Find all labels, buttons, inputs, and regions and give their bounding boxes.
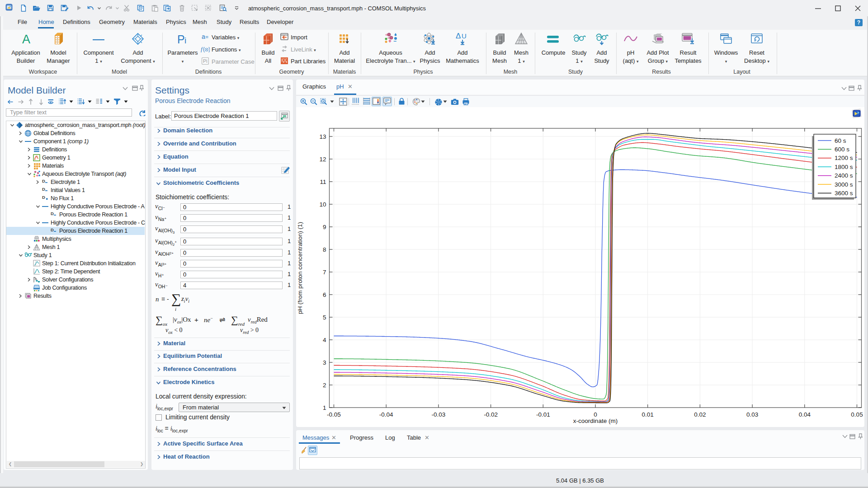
svg-text:-0.03: -0.03 (432, 411, 446, 418)
svg-text:3: 3 (323, 359, 326, 366)
svg-text:11: 11 (320, 178, 326, 185)
svg-text:12: 12 (319, 156, 326, 163)
svg-text:3600 s: 3600 s (835, 190, 853, 197)
svg-text:2: 2 (323, 382, 326, 389)
svg-text:0: 0 (594, 411, 597, 418)
svg-text:x-coordinate (m): x-coordinate (m) (573, 418, 618, 424)
svg-text:D: D (42, 178, 45, 183)
svg-text:P: P (177, 33, 185, 45)
svg-text:5: 5 (323, 314, 326, 321)
svg-text:0.03: 0.03 (746, 411, 758, 418)
svg-text:-0.01: -0.01 (536, 411, 550, 418)
svg-text:−: − (38, 174, 40, 178)
svg-text:0.04: 0.04 (799, 411, 811, 418)
svg-text:9: 9 (323, 224, 326, 230)
svg-text:a: a (202, 33, 205, 40)
svg-text:D: D (42, 187, 45, 192)
svg-text:10: 10 (319, 201, 326, 208)
svg-text:-0.02: -0.02 (484, 411, 498, 418)
svg-text:−: − (393, 38, 396, 44)
svg-text:6: 6 (323, 291, 326, 298)
svg-text:0.02: 0.02 (694, 411, 706, 418)
svg-text:13: 13 (319, 133, 326, 140)
svg-text:600 s: 600 s (835, 146, 849, 153)
svg-text:Pi: Pi (203, 58, 208, 64)
svg-text:+: + (388, 38, 392, 44)
svg-text:3000 s: 3000 s (835, 181, 853, 188)
svg-text:2400 s: 2400 s (835, 172, 853, 179)
svg-text:i: i (184, 36, 186, 45)
svg-text:D: D (51, 211, 54, 216)
svg-text:1200 s: 1200 s (835, 155, 853, 161)
svg-text:=: = (205, 34, 208, 40)
svg-text:Δ: Δ (456, 32, 461, 40)
svg-text:0.05: 0.05 (851, 411, 863, 418)
svg-text:1: 1 (323, 404, 326, 411)
svg-text:0.01: 0.01 (642, 411, 654, 418)
svg-text:4: 4 (323, 337, 326, 343)
svg-text:(⦻): (⦻) (203, 46, 210, 52)
svg-text:A: A (22, 33, 30, 45)
svg-text:D: D (51, 227, 54, 232)
svg-text:U: U (462, 32, 467, 40)
svg-text:7: 7 (323, 269, 326, 276)
svg-text:60 s: 60 s (835, 137, 846, 144)
svg-text:8: 8 (323, 246, 326, 253)
svg-text:pH (from proton concentration): pH (from proton concentration) (1) (297, 222, 303, 314)
svg-text:-0.05: -0.05 (327, 411, 341, 418)
svg-text:D: D (42, 195, 45, 200)
svg-text:-0.04: -0.04 (379, 411, 393, 418)
svg-text:1800 s: 1800 s (835, 164, 853, 170)
